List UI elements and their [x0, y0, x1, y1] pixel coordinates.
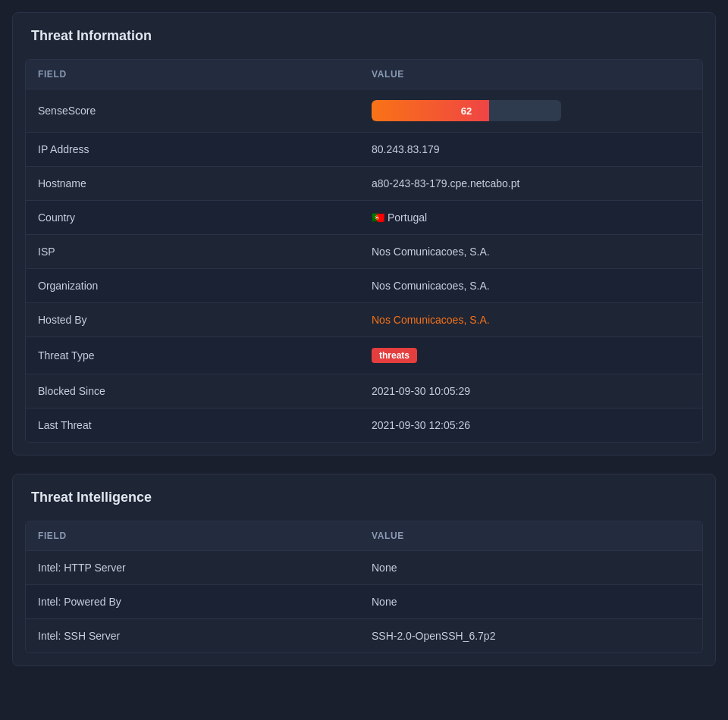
value-cell: 80.243.83.179	[359, 133, 702, 167]
value-cell: a80-243-83-179.cpe.netcabo.pt	[359, 167, 702, 201]
table-row: Blocked Since2021-09-30 10:05:29	[26, 374, 702, 409]
table-row: ISPNos Comunicacoes, S.A.	[26, 235, 702, 269]
threat-information-card: Threat Information FIELD VALUE SenseScor…	[12, 12, 716, 455]
field-cell: Blocked Since	[26, 374, 359, 409]
threat-intelligence-table: FIELD VALUE Intel: HTTP ServerNoneIntel:…	[26, 521, 702, 653]
value-cell: threats	[359, 337, 702, 374]
threat-information-table: FIELD VALUE SenseScore62IP Address80.243…	[26, 60, 702, 442]
sense-score-bar: 62	[372, 100, 561, 121]
intel-field-cell: Intel: Powered By	[26, 585, 359, 619]
table-row: OrganizationNos Comunicacoes, S.A.	[26, 269, 702, 303]
field-cell: Threat Type	[26, 337, 359, 374]
intel-field-column-header: FIELD	[26, 521, 359, 551]
field-cell: Organization	[26, 269, 359, 303]
table-row: SenseScore62	[26, 89, 702, 133]
value-cell: 2021-09-30 10:05:29	[359, 374, 702, 409]
sense-score-value: 62	[461, 105, 472, 117]
value-cell: Nos Comunicacoes, S.A.	[359, 235, 702, 269]
table-row: IP Address80.243.83.179	[26, 133, 702, 167]
field-cell: IP Address	[26, 133, 359, 167]
threat-intelligence-header-row: FIELD VALUE	[26, 521, 702, 551]
field-column-header: FIELD	[26, 60, 359, 89]
threat-information-header-row: FIELD VALUE	[26, 60, 702, 89]
field-cell: Hostname	[26, 167, 359, 201]
intel-value-column-header: VALUE	[359, 521, 702, 551]
intel-field-cell: Intel: SSH Server	[26, 619, 359, 653]
field-cell: ISP	[26, 235, 359, 269]
intel-value-cell: None	[359, 551, 702, 585]
threat-intelligence-table-container: FIELD VALUE Intel: HTTP ServerNoneIntel:…	[25, 521, 703, 653]
threat-information-table-container: FIELD VALUE SenseScore62IP Address80.243…	[25, 59, 703, 443]
table-row: Hostnamea80-243-83-179.cpe.netcabo.pt	[26, 167, 702, 201]
value-cell: Nos Comunicacoes, S.A.	[359, 269, 702, 303]
field-cell: Last Threat	[26, 409, 359, 443]
table-row: Intel: HTTP ServerNone	[26, 551, 702, 585]
intel-value-cell: None	[359, 585, 702, 619]
threat-type-badge: threats	[372, 348, 417, 363]
threat-intelligence-card: Threat Intelligence FIELD VALUE Intel: H…	[12, 474, 716, 666]
table-row: Country🇵🇹Portugal	[26, 201, 702, 235]
threat-information-title: Threat Information	[13, 13, 715, 59]
table-row: Hosted ByNos Comunicacoes, S.A.	[26, 303, 702, 337]
threat-intelligence-title: Threat Intelligence	[13, 474, 715, 521]
field-cell: Hosted By	[26, 303, 359, 337]
table-row: Intel: SSH ServerSSH-2.0-OpenSSH_6.7p2	[26, 619, 702, 653]
value-cell: Nos Comunicacoes, S.A.	[359, 303, 702, 337]
table-row: Last Threat2021-09-30 12:05:26	[26, 409, 702, 443]
intel-field-cell: Intel: HTTP Server	[26, 551, 359, 585]
field-cell: Country	[26, 201, 359, 235]
table-row: Threat Typethreats	[26, 337, 702, 374]
intel-value-cell: SSH-2.0-OpenSSH_6.7p2	[359, 619, 702, 653]
value-cell: 🇵🇹Portugal	[359, 201, 702, 235]
value-column-header: VALUE	[359, 60, 702, 89]
table-row: Intel: Powered ByNone	[26, 585, 702, 619]
hosted-by-link[interactable]: Nos Comunicacoes, S.A.	[372, 314, 490, 326]
value-cell: 2021-09-30 12:05:26	[359, 409, 702, 443]
value-cell: 62	[359, 89, 702, 133]
field-cell: SenseScore	[26, 89, 359, 133]
country-flag: 🇵🇹	[372, 211, 384, 224]
